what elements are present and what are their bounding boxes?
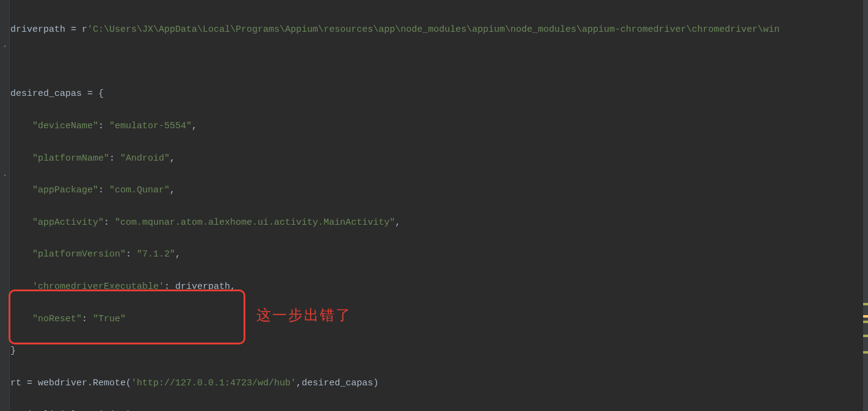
code-line: "platformName": "Android", bbox=[10, 151, 863, 167]
code-line: "deviceName": "emulator-5554", bbox=[10, 118, 863, 134]
minimap-warning-mark bbox=[863, 303, 868, 305]
code-editor[interactable]: driverpath = r'C:\Users\JX\AppData\Local… bbox=[10, 0, 863, 411]
code-line: rt = webdriver.Remote('http://127.0.0.1:… bbox=[10, 376, 863, 391]
code-line: "appActivity": "com.mqunar.atom.alexhome… bbox=[10, 215, 863, 231]
code-line: 'chromedriverExecutable': driverpath, bbox=[10, 279, 863, 295]
identifier: driverpath bbox=[10, 24, 71, 35]
code-line: driverpath = r'C:\Users\JX\AppData\Local… bbox=[10, 22, 863, 38]
code-line: "noReset": "True" bbox=[10, 311, 863, 327]
minimap-warning-mark bbox=[863, 351, 868, 354]
minimap-scrollbar[interactable] bbox=[863, 0, 868, 411]
minimap-warning-mark bbox=[863, 335, 868, 337]
minimap-warning-mark bbox=[863, 321, 868, 323]
code-line: "platformVersion": "7.1.2", bbox=[10, 247, 863, 263]
code-line: "appPackage": "com.Qunar", bbox=[10, 183, 863, 198]
fold-open-icon[interactable]: ▾ bbox=[2, 44, 8, 50]
minimap-caret-mark bbox=[863, 315, 868, 318]
code-line: desired_capas = { bbox=[10, 86, 863, 102]
fold-close-icon[interactable]: ▴ bbox=[2, 172, 8, 178]
gutter: ▾ ▴ bbox=[0, 0, 10, 411]
code-line: } bbox=[10, 343, 863, 359]
blank-line bbox=[10, 54, 863, 70]
string-literal: 'C:\Users\JX\AppData\Local\Programs\Appi… bbox=[87, 24, 779, 35]
code-line: rt.implicitly_wait(10) bbox=[10, 407, 863, 411]
